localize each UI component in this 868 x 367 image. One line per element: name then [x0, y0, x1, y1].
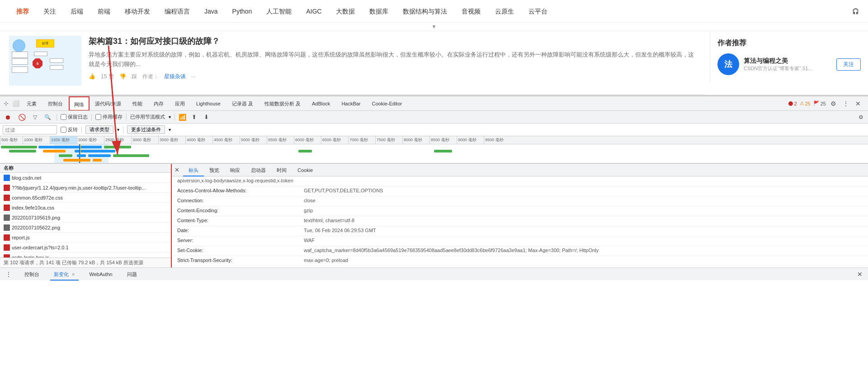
bottom-tab-close[interactable]: ×: [72, 272, 75, 277]
ruler-mark-17: 9000 毫秒: [457, 136, 484, 144]
nav-item-关注[interactable]: 关注: [36, 0, 63, 23]
nav-item-云平台[interactable]: 云平台: [521, 0, 555, 23]
disable-cache-input[interactable]: [95, 114, 101, 120]
settings-icon[interactable]: ⚙: [829, 99, 838, 108]
tab-recorder[interactable]: 记录器 及: [226, 96, 259, 111]
nav-item-后端[interactable]: 后端: [63, 0, 90, 23]
nav-item-前端[interactable]: 前端: [90, 0, 118, 23]
tab-adblock[interactable]: AdBlock: [307, 96, 336, 111]
detail-tab-response[interactable]: 响应: [225, 164, 245, 176]
detail-tab-preview[interactable]: 预览: [204, 164, 225, 176]
divider6: [123, 126, 123, 133]
download-icon[interactable]: ⬇: [202, 113, 211, 121]
more-filters-button[interactable]: 更多过滤条件: [127, 125, 165, 134]
file-item-3[interactable]: index.9efe10ca.css: [0, 203, 171, 213]
file-item-1[interactable]: ??lib/jquery/1.12.4/jquery.min.js,user-t…: [0, 183, 171, 193]
nav-item-云原生[interactable]: 云原生: [488, 0, 521, 23]
inspect-icon[interactable]: ⊹: [2, 99, 10, 108]
nav-item-大数据[interactable]: 大数据: [329, 0, 362, 23]
tab-memory[interactable]: 内存: [148, 96, 170, 111]
nav-item-数据结构与算法[interactable]: 数据结构与算法: [396, 0, 454, 23]
nav-item-人工智能[interactable]: 人工智能: [259, 0, 299, 23]
settings-network-icon[interactable]: ⚙: [857, 114, 865, 120]
detail-tab-cookie[interactable]: Cookie: [292, 164, 318, 176]
request-type-button[interactable]: 请求类型: [85, 125, 113, 134]
bottom-tab-issues[interactable]: 问题: [123, 268, 141, 281]
timeline-area: 500 毫秒 1000 毫秒 1500 毫秒 2000 毫秒 2500 毫秒 3…: [0, 136, 868, 163]
devtools-container: ⊹ ⬜ 元素 控制台 网络 源代码/来源 性能 内存 应用 Lighthouse…: [0, 95, 868, 280]
ruler-mark-0: 500 毫秒: [0, 136, 23, 144]
file-item-0[interactable]: blog.csdn.net: [0, 173, 171, 183]
ruler-mark-18: 9500 毫秒: [484, 136, 511, 144]
tab-perf-insights[interactable]: 性能数据分析 及: [259, 96, 307, 111]
tab-application[interactable]: 应用: [170, 96, 191, 111]
close-bottom-icon[interactable]: ✕: [855, 271, 864, 278]
tab-cookie-editor[interactable]: Cookie-Editor: [367, 96, 408, 111]
nav-item-推荐[interactable]: 推荐: [9, 0, 36, 23]
filter-input[interactable]: [3, 125, 57, 134]
nav-item-数据库[interactable]: 数据库: [362, 0, 396, 23]
tab-console[interactable]: 控制台: [42, 96, 69, 111]
like-icon[interactable]: 👍: [89, 73, 95, 80]
file-item-6[interactable]: report.js: [0, 233, 171, 243]
preserve-log-checkbox[interactable]: 保留日志: [61, 114, 88, 120]
article-author[interactable]: 星猿杂谈: [164, 73, 186, 81]
device-icon[interactable]: ⬜: [10, 99, 21, 108]
disable-cache-checkbox[interactable]: 停用缓存: [95, 114, 123, 120]
nav-item-Python[interactable]: Python: [225, 0, 259, 23]
nav-item-AIGC[interactable]: AIGC: [299, 0, 329, 23]
tab-hackbar[interactable]: HackBar: [336, 96, 366, 111]
tab-elements[interactable]: 元素: [21, 96, 42, 111]
invert-input[interactable]: [61, 127, 66, 133]
bottom-menu-icon[interactable]: ⋮: [4, 270, 14, 279]
file-item-5[interactable]: 20220107105622.png: [0, 223, 171, 233]
file-item-2[interactable]: common.65cd972e.css: [0, 193, 171, 203]
header-value-5: Tue, 06 Feb 2024 06:29:53 GMT: [304, 228, 863, 234]
upload-icon[interactable]: ⬆: [190, 113, 198, 121]
more-filters-dropdown[interactable]: ▾: [169, 127, 171, 132]
clear-icon[interactable]: 🚫: [16, 113, 28, 122]
file-item-4[interactable]: 20220107105619.png: [0, 213, 171, 223]
header-value-2: close: [304, 198, 863, 205]
tab-source[interactable]: 源代码/来源: [90, 96, 127, 111]
author-info: 算法与编程之美 CSDN官方认证"博客专家",51...: [744, 57, 832, 72]
request-type-dropdown[interactable]: ▾: [117, 127, 119, 132]
timeline-bar-3: [104, 146, 131, 148]
filter-icon[interactable]: ▽: [31, 113, 39, 121]
follow-button[interactable]: 关注: [836, 58, 861, 71]
tab-performance[interactable]: 性能: [127, 96, 148, 111]
timeline-bars: [0, 144, 868, 163]
nav-item-音视频[interactable]: 音视频: [454, 0, 488, 23]
nav-item-编程语言[interactable]: 编程语言: [157, 0, 197, 23]
invert-checkbox[interactable]: 反转: [61, 126, 78, 133]
timeline-bar-10: [77, 154, 86, 157]
nav-item-移动开发[interactable]: 移动开发: [118, 0, 157, 23]
tab-network[interactable]: 网络: [69, 96, 90, 111]
tab-lighthouse[interactable]: Lighthouse: [191, 96, 226, 111]
timeline-bar-2: [38, 146, 102, 148]
ruler-mark-4: 2500 毫秒: [104, 136, 131, 144]
dislike-icon[interactable]: 👎: [119, 73, 126, 80]
overflow-icon[interactable]: ⋮: [841, 99, 851, 108]
bottom-tab-webauthn[interactable]: WebAuthn: [86, 268, 116, 281]
search-icon[interactable]: 🔍: [42, 113, 53, 121]
header-row-3: Content-Encoding: gzip: [172, 206, 868, 216]
bottom-tab-newchange[interactable]: 新变化 ×: [50, 268, 79, 281]
collapse-chevron[interactable]: ▼: [0, 23, 868, 31]
detail-tab-headers[interactable]: 标头: [183, 164, 204, 176]
bottom-tab-console[interactable]: 控制台: [21, 268, 43, 281]
preserve-log-input[interactable]: [61, 114, 66, 120]
throttle-dropdown-icon[interactable]: ▾: [169, 114, 171, 119]
nav-item-Java[interactable]: Java: [197, 0, 225, 23]
close-devtools-icon[interactable]: ✕: [854, 99, 863, 108]
detail-tab-timing[interactable]: 时间: [271, 164, 292, 176]
header-row-4: Content-Type: text/html; charset=utf-8: [172, 216, 868, 226]
file-item-7[interactable]: user-ordercart.js?ts=2.0.1: [0, 243, 171, 253]
detail-close-icon[interactable]: ✕: [175, 167, 179, 173]
record-icon[interactable]: ⏺: [3, 113, 13, 122]
article-more[interactable]: ···: [191, 73, 196, 80]
file-icon-6: [4, 234, 10, 241]
detail-tab-initiator[interactable]: 启动器: [245, 164, 271, 176]
timeline-bar-13: [63, 159, 90, 162]
content-area: 处理 S 架构篇31：如何应对接口级的故障？ 异地多活方案主要应对系统级的故障，…: [0, 31, 868, 95]
